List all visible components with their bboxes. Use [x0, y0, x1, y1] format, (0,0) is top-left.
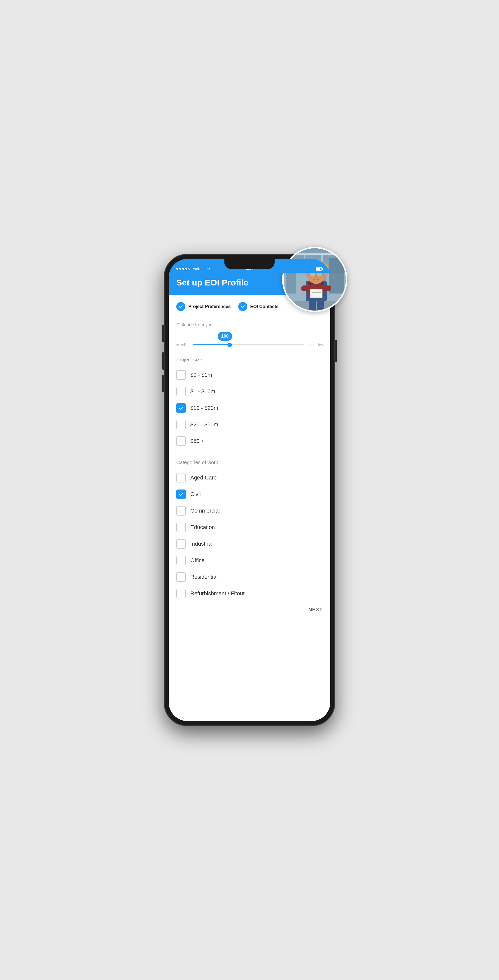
slider-track-row: 50 miles 200 miles [176, 343, 323, 347]
checkbox-item-size-3[interactable]: $20 - $50m [176, 416, 323, 433]
categories-label: Categories of work: [176, 460, 323, 465]
checkbox-label-cat-5: Office [190, 557, 205, 564]
checkbox-cat-4[interactable] [176, 539, 186, 549]
checkbox-cat-5[interactable] [176, 556, 186, 565]
project-size-label: Project size: [176, 357, 323, 363]
checkbox-label-cat-4: Industrial [190, 541, 213, 547]
checkbox-label-cat-2: Commercial [190, 508, 220, 514]
checkbox-cat-6[interactable] [176, 572, 186, 582]
checkbox-cat-1[interactable] [176, 490, 186, 499]
distance-label: Distance from you: [176, 322, 323, 328]
checkbox-item-cat-0[interactable]: Aged Care [176, 469, 323, 486]
signal-dots [176, 268, 190, 270]
profile-photo-container [282, 247, 347, 312]
wifi-icon [206, 267, 210, 270]
checkbox-label-cat-3: Education [190, 524, 215, 531]
slider-min-label: 50 miles [176, 343, 189, 347]
checkbox-item-cat-2[interactable]: Commercial [176, 503, 323, 519]
categories-section: Categories of work: Aged Care Civ [169, 455, 330, 602]
checkbox-item-size-1[interactable]: $1 - $10m [176, 383, 323, 400]
checkbox-size-0[interactable] [176, 370, 186, 380]
checkbox-item-cat-3[interactable]: Education [176, 519, 323, 536]
checkbox-item-cat-6[interactable]: Residential [176, 569, 323, 585]
checkbox-item-size-4[interactable]: $50 + [176, 433, 323, 449]
step-check-preferences [176, 302, 185, 311]
checkbox-cat-0[interactable] [176, 473, 186, 482]
checkbox-label-cat-1: Civil [190, 491, 201, 498]
checkbox-size-3[interactable] [176, 420, 186, 430]
divider-1 [176, 452, 323, 452]
step-label-preferences: Project Preferences [188, 304, 231, 309]
checkbox-label-size-0: $0 - $1m [190, 372, 212, 378]
checkbox-label-size-1: $1 - $10m [190, 388, 215, 395]
checkbox-size-1[interactable] [176, 387, 186, 396]
next-button[interactable]: NEXT [308, 607, 323, 612]
main-container: Verizon 1:57 [169, 259, 330, 721]
svg-rect-34 [317, 272, 323, 276]
checkbox-label-cat-0: Aged Care [190, 474, 217, 481]
svg-rect-33 [310, 272, 316, 276]
slider-bubble-row: 100 [176, 332, 323, 341]
checkbox-size-2[interactable] [176, 403, 186, 413]
checkbox-label-cat-6: Residential [190, 574, 218, 580]
scrollable-content: Project Preferences EOI Contacts [169, 295, 330, 721]
step-item-contacts: EOI Contacts [238, 302, 279, 311]
project-size-section: Project size: $0 - $1m $1 - $10m [169, 352, 330, 449]
next-row: NEXT [169, 602, 330, 620]
phone-shell: Verizon 1:57 [164, 255, 335, 725]
checkbox-item-size-0[interactable]: $0 - $1m [176, 367, 323, 383]
checkbox-label-cat-7: Refurbishment / Fitout [190, 590, 244, 597]
slider-container: 100 50 miles 200 miles [176, 332, 323, 352]
signal-dot-3 [182, 268, 184, 270]
checkbox-item-cat-7[interactable]: Refurbishment / Fitout [176, 585, 323, 602]
signal-dot-1 [176, 268, 178, 270]
checkbox-label-size-3: $20 - $50m [190, 421, 218, 428]
slider-track[interactable] [193, 344, 304, 345]
page-wrapper: Verizon 1:57 [125, 245, 375, 735]
checkbox-item-cat-1[interactable]: Civil [176, 486, 323, 503]
checkbox-cat-7[interactable] [176, 589, 186, 598]
slider-bubble: 100 [218, 332, 232, 341]
svg-point-38 [315, 275, 317, 277]
checkbox-label-size-2: $10 - $20m [190, 405, 218, 411]
slider-fill [193, 344, 230, 345]
step-check-contacts [238, 302, 247, 311]
profile-photo-bg [284, 248, 346, 310]
phone-screen: Verizon 1:57 [169, 259, 330, 721]
battery-icon [316, 267, 323, 271]
checkbox-size-4[interactable] [176, 436, 186, 446]
signal-dot-4 [185, 268, 187, 270]
step-label-contacts: EOI Contacts [250, 304, 279, 309]
checkbox-item-cat-4[interactable]: Industrial [176, 536, 323, 552]
notch [225, 259, 274, 269]
slider-max-label: 200 miles [308, 343, 323, 347]
checkbox-item-size-2[interactable]: $10 - $20m [176, 400, 323, 416]
slider-thumb[interactable] [228, 343, 232, 347]
checkbox-item-cat-5[interactable]: Office [176, 552, 323, 569]
checkbox-cat-2[interactable] [176, 506, 186, 515]
signal-dot-2 [179, 268, 181, 270]
step-item-preferences: Project Preferences [176, 302, 231, 311]
svg-rect-1 [316, 268, 320, 270]
checkbox-label-size-4: $50 + [190, 438, 204, 444]
svg-rect-2 [322, 268, 323, 270]
distance-section: Distance from you: 100 50 miles [169, 316, 330, 352]
svg-rect-8 [296, 253, 336, 255]
signal-dot-5 [188, 268, 190, 270]
checkbox-cat-3[interactable] [176, 523, 186, 532]
carrier-label: Verizon [193, 267, 205, 271]
